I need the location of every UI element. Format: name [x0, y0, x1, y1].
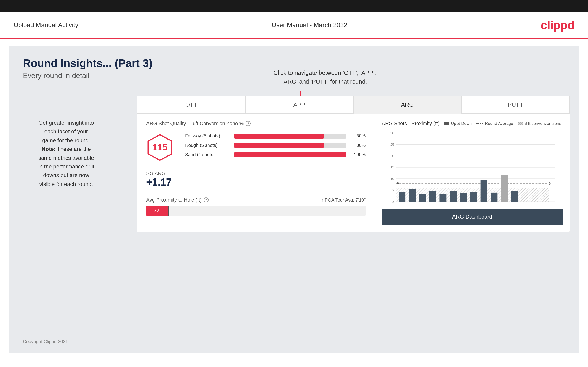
- arg-dashboard-button[interactable]: ARG Dashboard: [382, 209, 563, 225]
- left-text-line1: Get greater insight into: [39, 120, 94, 126]
- rough-bar-fill: [234, 143, 324, 148]
- legend-round-avg-label: Round Average: [485, 121, 513, 126]
- svg-text:10: 10: [390, 177, 394, 181]
- legend-6ft-label: 6 ft conversion zone: [525, 121, 561, 126]
- nav-hint-line2: 'ARG' and 'PUTT' for that round.: [283, 78, 367, 85]
- rough-bar: [234, 143, 346, 148]
- left-text-line7: downs but are now: [43, 172, 89, 178]
- legend-up-down: Up & Down: [444, 121, 472, 126]
- hex-score: 115: [152, 142, 168, 152]
- proximity-bar: 77': [146, 206, 365, 216]
- legend-up-down-label: Up & Down: [451, 121, 472, 126]
- legend-dashed-line: [476, 123, 483, 124]
- legend-round-avg: Round Average: [476, 121, 513, 126]
- tab-putt[interactable]: PUTT: [461, 96, 570, 114]
- svg-rect-29: [450, 191, 457, 201]
- proximity-label: Avg Proximity to Hole (ft) ?: [146, 197, 208, 203]
- clippd-logo: clippd: [541, 18, 574, 32]
- sand-row: Sand (1 shots) 100%: [185, 152, 365, 157]
- main-content: Round Insights... (Part 3) Every round i…: [9, 46, 579, 353]
- svg-rect-32: [481, 180, 487, 201]
- svg-rect-31: [470, 192, 477, 202]
- svg-rect-24: [399, 192, 406, 202]
- user-manual-label: User Manual - March 2022: [272, 21, 347, 29]
- chart-header: ARG Shots - Proximity (ft) Up & Down Rou…: [382, 121, 563, 126]
- svg-rect-34: [501, 175, 508, 201]
- sand-label: Sand (1 shots): [185, 152, 231, 157]
- svg-rect-36: [521, 188, 528, 202]
- sand-percent: 100%: [350, 152, 365, 157]
- fairway-row: Fairway (5 shots) 80%: [185, 133, 365, 139]
- svg-text:30: 30: [390, 131, 394, 135]
- chart-area: 0 5 10 15 20 25 30: [382, 131, 563, 204]
- legend-box-dark: [444, 122, 449, 125]
- svg-rect-37: [532, 188, 538, 202]
- right-panel: ARG Shots - Proximity (ft) Up & Down Rou…: [375, 114, 570, 232]
- upload-manual-label: Upload Manual Activity: [14, 21, 78, 29]
- nav-hint-line1: Click to navigate between 'OTT', 'APP',: [274, 69, 376, 76]
- arg-shot-quality-label: ARG Shot Quality: [146, 121, 186, 126]
- proximity-bar-fill: 77': [146, 206, 168, 216]
- fairway-label: Fairway (5 shots): [185, 133, 231, 139]
- svg-marker-21: [396, 182, 400, 185]
- left-text-line6: in the performance drill: [38, 163, 94, 170]
- svg-rect-25: [409, 189, 416, 201]
- dashboard-card: OTT APP ARG PUTT ARG Shot Quality 6ft Co…: [137, 96, 570, 232]
- left-text-line4: These are the: [56, 146, 91, 152]
- proximity-header: Avg Proximity to Hole (ft) ? ↑ PGA Tour …: [146, 197, 365, 203]
- left-text-line8: visible for each round.: [39, 181, 93, 187]
- tab-bar: OTT APP ARG PUTT: [137, 96, 570, 114]
- svg-rect-35: [511, 192, 518, 202]
- chart-title: ARG Shots - Proximity (ft): [382, 121, 440, 126]
- left-text-line2: each facet of your: [44, 128, 88, 134]
- conversion-zone-label: 6ft Conversion Zone % ?: [193, 121, 251, 126]
- svg-text:8: 8: [549, 182, 551, 185]
- shot-quality-bars: Fairway (5 shots) 80% Rough (5 shots): [185, 133, 365, 161]
- left-text-line5: same metrics available: [38, 155, 94, 161]
- svg-rect-28: [440, 194, 447, 201]
- panel-header: ARG Shot Quality 6ft Conversion Zone % ?: [146, 121, 365, 126]
- rough-percent: 80%: [350, 143, 365, 148]
- nav-hint: Click to navigate between 'OTT', 'APP', …: [274, 68, 376, 86]
- proximity-cursor: [168, 206, 169, 216]
- fairway-percent: 80%: [350, 133, 365, 139]
- legend-6ft: 6 ft conversion zone: [518, 121, 561, 126]
- tab-ott[interactable]: OTT: [137, 96, 245, 114]
- svg-text:5: 5: [392, 188, 394, 192]
- rough-row: Rough (5 shots) 80%: [185, 143, 365, 148]
- fairway-bar-fill: [234, 133, 324, 139]
- help-icon[interactable]: ?: [245, 121, 251, 126]
- svg-rect-33: [491, 193, 498, 201]
- proximity-section: Avg Proximity to Hole (ft) ? ↑ PGA Tour …: [146, 197, 365, 216]
- left-text-note: Note:: [42, 146, 55, 152]
- sg-value: +1.17: [146, 176, 365, 188]
- left-text-line3: game for the round.: [42, 137, 90, 143]
- pga-avg: ↑ PGA Tour Avg: 7'10": [321, 197, 366, 203]
- sg-section: SG ARG +1.17: [146, 170, 365, 188]
- footer-copyright: Copyright Clippd 2021: [23, 339, 68, 344]
- header: Upload Manual Activity User Manual - Mar…: [0, 12, 588, 39]
- proximity-help-icon[interactable]: ?: [204, 197, 208, 202]
- top-bar: [0, 0, 588, 12]
- svg-rect-26: [419, 194, 426, 201]
- left-description: Get greater insight into each facet of y…: [23, 118, 110, 189]
- svg-text:0: 0: [392, 200, 394, 204]
- legend-hatched-box: [518, 122, 523, 125]
- card-body: ARG Shot Quality 6ft Conversion Zone % ?…: [137, 114, 570, 232]
- svg-text:25: 25: [390, 142, 394, 146]
- score-hexagon: 115: [146, 134, 174, 161]
- fairway-bar: [234, 133, 346, 139]
- tab-arg[interactable]: ARG: [354, 96, 462, 114]
- svg-text:15: 15: [390, 165, 394, 169]
- tab-app[interactable]: APP: [245, 96, 354, 114]
- svg-text:20: 20: [390, 154, 394, 158]
- sand-bar: [234, 152, 346, 157]
- svg-rect-38: [542, 188, 549, 202]
- svg-rect-30: [460, 193, 467, 201]
- page-title: Round Insights... (Part 3): [23, 57, 565, 69]
- proximity-value: 77': [154, 208, 161, 214]
- hex-container: 115 Fairway (5 shots) 80% Rough (5 sho: [146, 133, 365, 161]
- rough-label: Rough (5 shots): [185, 143, 231, 148]
- left-panel: ARG Shot Quality 6ft Conversion Zone % ?…: [137, 114, 375, 232]
- sand-bar-fill: [234, 152, 346, 157]
